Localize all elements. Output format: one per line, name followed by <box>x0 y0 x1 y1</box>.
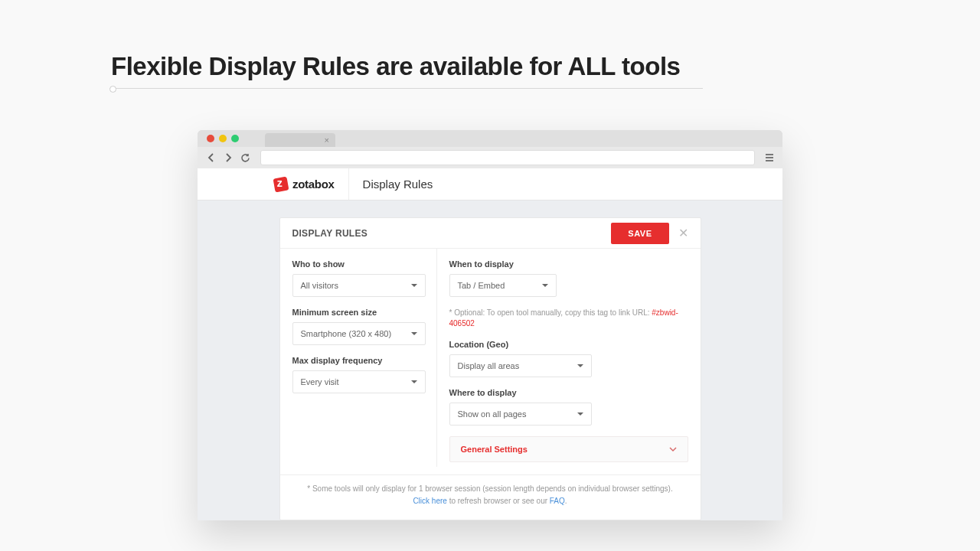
window-controls <box>207 135 239 142</box>
close-tab-icon[interactable]: × <box>325 135 329 145</box>
general-settings-accordion[interactable]: General Settings <box>449 436 688 462</box>
app-body: zotabox Display Rules DISPLAY RULES SAVE… <box>198 168 782 520</box>
footer-mid: to refresh browser or see our <box>447 497 550 505</box>
who-to-show-value: All visitors <box>301 281 339 290</box>
browser-toolbar <box>198 147 782 168</box>
reload-icon[interactable] <box>239 152 251 164</box>
header-section-label: Display Rules <box>349 168 433 200</box>
min-screen-size-select[interactable]: Smartphone (320 x 480) <box>292 322 426 345</box>
panel-title: DISPLAY RULES <box>292 228 612 239</box>
brand-logo[interactable]: zotabox <box>274 168 349 200</box>
footer-end: . <box>565 497 567 505</box>
general-settings-label: General Settings <box>461 445 528 454</box>
faq-link[interactable]: FAQ <box>550 497 565 505</box>
title-divider <box>109 88 703 89</box>
panel-header: DISPLAY RULES SAVE ✕ <box>280 218 701 249</box>
max-frequency-select[interactable]: Every visit <box>292 370 426 393</box>
chevron-down-icon <box>669 445 677 453</box>
panel-left-column: Who to show All visitors Minimum screen … <box>280 249 437 467</box>
app-header: zotabox Display Rules <box>198 168 782 201</box>
close-window-icon[interactable] <box>207 135 214 142</box>
where-to-display-select[interactable]: Show on all pages <box>449 403 592 425</box>
url-input[interactable] <box>260 150 755 165</box>
display-rules-panel: DISPLAY RULES SAVE ✕ Who to show All vis… <box>279 217 701 520</box>
maximize-window-icon[interactable] <box>231 135 239 142</box>
save-button[interactable]: SAVE <box>611 223 668 244</box>
hint-text: * Optional: To open tool manually, copy … <box>449 308 652 317</box>
footer-line1: * Some tools will only display for 1 bro… <box>307 484 672 493</box>
panel-body: Who to show All visitors Minimum screen … <box>280 249 701 467</box>
min-screen-size-label: Minimum screen size <box>292 308 426 317</box>
page-title: Flexible Display Rules are available for… <box>111 52 680 81</box>
min-screen-size-value: Smartphone (320 x 480) <box>301 329 392 338</box>
logo-icon <box>273 176 289 192</box>
location-geo-label: Location (Geo) <box>449 340 688 349</box>
link-tag-hint: * Optional: To open tool manually, copy … <box>449 308 688 329</box>
caret-down-icon <box>542 284 548 287</box>
max-frequency-value: Every visit <box>301 377 339 386</box>
where-to-display-value: Show on all pages <box>458 409 527 419</box>
caret-down-icon <box>411 380 417 383</box>
when-to-display-value: Tab / Embed <box>458 281 505 290</box>
who-to-show-select[interactable]: All visitors <box>292 274 426 297</box>
forward-icon[interactable] <box>222 152 234 164</box>
caret-down-icon <box>577 364 583 367</box>
panel-footer-note: * Some tools will only display for 1 bro… <box>280 474 701 510</box>
when-to-display-label: When to display <box>449 259 688 269</box>
caret-down-icon <box>411 284 417 287</box>
when-to-display-select[interactable]: Tab / Embed <box>449 274 557 297</box>
caret-down-icon <box>577 412 583 416</box>
click-here-link[interactable]: Click here <box>413 497 446 505</box>
browser-window: × zotabox Display Rules DISPLAY RULES <box>198 130 782 520</box>
back-icon[interactable] <box>205 152 217 164</box>
browser-tab[interactable]: × <box>265 133 335 147</box>
max-frequency-label: Max display frequency <box>292 356 426 365</box>
location-geo-select[interactable]: Display all areas <box>449 354 592 377</box>
location-geo-value: Display all areas <box>458 361 520 370</box>
minimize-window-icon[interactable] <box>219 135 227 142</box>
panel-right-column: When to display Tab / Embed * Optional: … <box>437 249 701 467</box>
hamburger-menu-icon[interactable] <box>764 152 775 163</box>
who-to-show-label: Who to show <box>292 259 426 269</box>
caret-down-icon <box>411 332 417 335</box>
where-to-display-label: Where to display <box>449 388 688 397</box>
close-panel-icon[interactable]: ✕ <box>669 223 688 243</box>
brand-name: zotabox <box>292 178 335 191</box>
browser-tab-strip: × <box>198 130 782 147</box>
